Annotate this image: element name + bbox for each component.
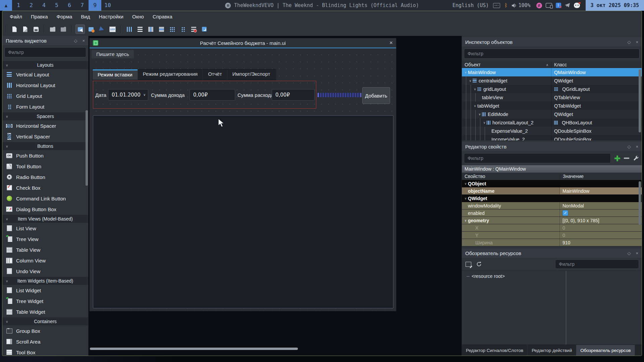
widget-item-vertical-spacer[interactable]: Vertical Spacer <box>2 131 88 142</box>
menu-item-настройки[interactable]: Настройки <box>94 11 128 22</box>
keyboard-layout[interactable]: English (US) <box>452 2 489 8</box>
tab-режим-редактирования[interactable]: Режим редактирования <box>138 69 203 80</box>
close-panel-icon[interactable]: × <box>82 38 85 43</box>
widget-item-list-widget[interactable]: List Widget <box>2 285 88 296</box>
dock-tab-редактор-сигналов-слотов[interactable]: Редактор Сигналов/Слотов <box>462 345 528 356</box>
workspace-7[interactable]: 7 <box>76 0 89 11</box>
discord-tray-icon[interactable] <box>574 3 580 8</box>
menu-item-файл[interactable]: Файл <box>5 11 26 22</box>
expander-chevron-icon[interactable]: ∨ <box>473 104 477 108</box>
menu-item-вид[interactable]: Вид <box>76 11 94 22</box>
resource-filter-input[interactable] <box>555 259 639 269</box>
inspector-row-expensevalue-2[interactable]: ExpenseValue_2QDoubleSpinBox <box>462 127 642 135</box>
inspector-row-centralwidget[interactable]: ∨centralwidgetQWidget <box>462 76 642 85</box>
widget-box-section-containers[interactable]: ∨Containers <box>2 317 88 325</box>
inspector-row-editmode[interactable]: ∨EditModeQWidget <box>462 110 642 118</box>
edit-tab-order-icon[interactable]: 123 <box>108 24 117 34</box>
inspector-row-tabwidget[interactable]: ∨tabWidgetQTabWidget <box>462 102 642 110</box>
widget-item-command-link-button[interactable]: →Command Link Button <box>2 193 88 204</box>
workspace-4[interactable]: 4 <box>38 0 50 11</box>
workspace-1[interactable]: 1 <box>12 0 25 11</box>
tab-режим-вставки[interactable]: Режим вставки <box>93 69 138 80</box>
pause-icon[interactable] <box>225 3 231 8</box>
edit-resources-button[interactable] <box>465 260 472 268</box>
property-group-qwidget[interactable]: ∨QWidget <box>462 195 642 202</box>
menu-item-окно[interactable]: Окно <box>128 11 148 22</box>
float-panel-icon[interactable]: ◇ <box>74 38 77 43</box>
configure-wrench-icon[interactable] <box>633 155 639 161</box>
widget-item-dialog-button-box[interactable]: ✓✗Dialog Button Box <box>2 204 88 215</box>
widget-item-undo-view[interactable]: Undo View <box>2 266 88 277</box>
inspector-row-mainwindow[interactable]: ∨MainWindowQMainWindow <box>462 68 642 76</box>
widget-item-vertical-layout[interactable]: Vertical Layout <box>2 69 88 80</box>
tab-отчёт[interactable]: Отчёт <box>203 69 227 80</box>
expander-chevron-icon[interactable]: ∨ <box>468 79 473 82</box>
add-button[interactable]: Добавить <box>362 87 390 104</box>
inspector-row-tableview[interactable]: tableViewQTableView <box>462 93 642 102</box>
form-canvas[interactable]: Пишите здесь Режим вставкиРежим редактир… <box>90 48 396 311</box>
widget-box-section-buttons[interactable]: ∨Buttons <box>2 142 88 150</box>
expander-chevron-icon[interactable]: ∨ <box>482 121 487 124</box>
property-row-windowmodality[interactable]: windowModalityNonModal <box>462 202 642 209</box>
layout-splitter-horizontal-icon[interactable] <box>146 24 155 34</box>
layout-grid-icon[interactable] <box>167 24 177 34</box>
resource-root-item[interactable]: <resource root> <box>462 271 642 279</box>
widget-item-scroll-area[interactable]: Scroll Area <box>2 336 88 347</box>
horizontal-spacer-widget[interactable] <box>318 93 361 97</box>
form-window-titlebar[interactable]: Расчёт Семейного бюджета - main.ui × <box>90 38 396 48</box>
remove-dynamic-property-icon[interactable] <box>624 155 630 161</box>
widget-box-section-layouts[interactable]: ∨Layouts <box>2 61 88 69</box>
expander-chevron-icon[interactable]: ∨ <box>477 113 482 116</box>
menu-item-справка[interactable]: Справка <box>148 11 177 22</box>
device-sync-tray-icon[interactable] <box>546 3 552 8</box>
expander-chevron-icon[interactable]: ∨ <box>463 197 468 200</box>
dock-tab-редактор-действий[interactable]: Редактор действий <box>528 345 576 356</box>
inspector-filter-input[interactable] <box>464 49 640 59</box>
expander-chevron-icon[interactable]: ∨ <box>463 219 468 222</box>
date-combobox[interactable]: 01.01.2000 ∨ <box>108 89 148 101</box>
workspace-5[interactable]: 5 <box>50 0 63 11</box>
expense-spinbox[interactable]: 0,00₽ <box>272 89 315 101</box>
bluetooth-status-icon[interactable]: ᛒ <box>504 2 507 8</box>
close-panel-icon[interactable]: × <box>636 144 638 149</box>
telegram-tray-icon[interactable] <box>565 3 570 8</box>
new-form-icon[interactable] <box>10 24 19 34</box>
income-spinbox[interactable]: 0,00₽ <box>190 89 235 101</box>
widget-box-section-spacers[interactable]: ∨Spacers <box>2 112 88 120</box>
expander-chevron-icon[interactable]: ∨ <box>473 87 477 91</box>
table-view-widget[interactable] <box>93 115 393 308</box>
reload-resources-button[interactable] <box>475 260 483 268</box>
float-panel-icon[interactable]: ◇ <box>627 251 631 256</box>
edit-buddies-icon[interactable] <box>97 24 106 34</box>
property-row-objectname[interactable]: objectNameMainWindow <box>462 187 642 195</box>
widget-filter-input[interactable] <box>4 47 86 57</box>
layout-splitter-vertical-icon[interactable] <box>157 24 166 34</box>
widget-box-scrollbar[interactable] <box>86 110 88 186</box>
property-column-header[interactable]: Свойство Значение <box>462 173 642 180</box>
layout-vertical-icon[interactable] <box>135 24 145 34</box>
music-player-tray-icon[interactable] <box>536 3 542 8</box>
property-row-geometry[interactable]: ∨geometry[(0, 0), 910 x 785] <box>462 217 642 224</box>
widget-item-grid-layout[interactable]: Grid Layout <box>2 90 88 101</box>
widget-box-section-item-views-model-based[interactable]: ∨Item Views (Model-Based) <box>2 215 88 223</box>
menu-item-правка[interactable]: Правка <box>26 11 52 22</box>
launcher-logo-icon[interactable]: ▲ <box>0 0 12 11</box>
expander-chevron-icon[interactable]: ∨ <box>463 182 468 185</box>
widget-item-horizontal-spacer[interactable]: Horizontal Spacer <box>2 120 88 131</box>
inspector-row-gridlayout[interactable]: ∨gridLayoutQGridLayout <box>462 85 642 93</box>
widget-item-tool-button[interactable]: Tool Button <box>2 161 88 172</box>
redo-icon[interactable] <box>59 24 68 34</box>
widget-item-group-box[interactable]: Group Box <box>2 325 88 336</box>
widget-item-tool-box[interactable]: Tool Box <box>2 347 88 356</box>
widget-item-radio-button[interactable]: Radio Button <box>2 172 88 182</box>
property-row-y[interactable]: Y0 <box>462 232 642 239</box>
layout-form-icon[interactable] <box>178 24 187 34</box>
property-filter-input[interactable] <box>464 153 611 163</box>
property-row-enabled[interactable]: enabled✓ <box>462 209 642 217</box>
edit-widgets-icon[interactable] <box>75 24 85 34</box>
clock[interactable]: 3 окт 2025 09:35 <box>586 0 644 11</box>
close-panel-icon[interactable]: × <box>636 251 638 256</box>
save-form-icon[interactable] <box>31 24 41 34</box>
widget-item-table-widget[interactable]: Table Widget <box>2 306 88 317</box>
undo-icon[interactable] <box>48 24 57 34</box>
